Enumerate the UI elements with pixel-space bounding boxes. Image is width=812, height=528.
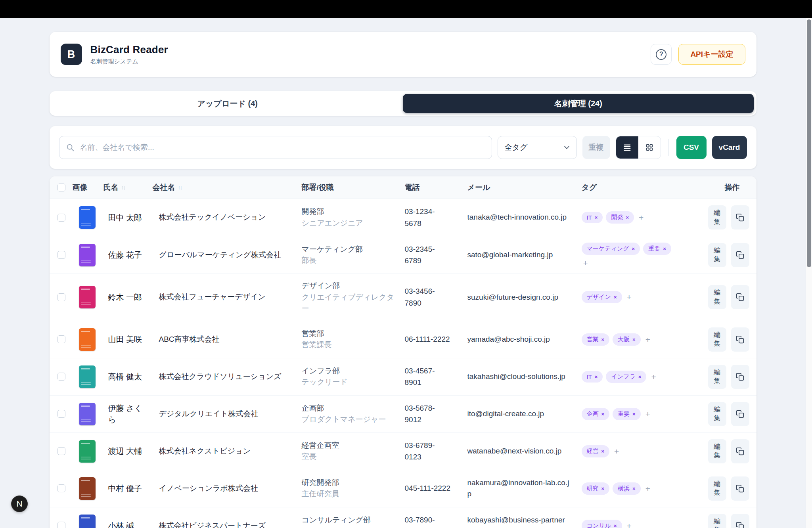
cell-tags: IT×インフラ×+ — [577, 371, 692, 383]
edit-button[interactable]: 編集 — [708, 243, 726, 267]
edit-button[interactable]: 編集 — [708, 476, 726, 501]
edit-button[interactable]: 編集 — [708, 365, 726, 389]
copy-button[interactable] — [731, 439, 749, 463]
tag-remove-button[interactable]: × — [632, 411, 636, 417]
tag-remove-button[interactable]: × — [632, 337, 636, 342]
add-tag-button[interactable]: + — [625, 293, 633, 301]
table-row: 山田 美咲 ABC商事株式会社 営業部 営業課長 06-1111-2222 ya… — [50, 321, 756, 358]
card-thumbnail[interactable] — [79, 328, 96, 351]
cell-phone: 03-4567- 8901 — [398, 365, 458, 388]
edit-button[interactable]: 編集 — [708, 514, 726, 528]
row-checkbox[interactable] — [57, 373, 65, 381]
tag-remove-button[interactable]: × — [601, 411, 605, 417]
row-checkbox[interactable] — [57, 251, 65, 259]
tag-remove-button[interactable]: × — [595, 215, 598, 220]
row-checkbox[interactable] — [57, 214, 65, 222]
add-tag-button[interactable]: + — [613, 447, 620, 455]
row-checkbox[interactable] — [57, 447, 65, 455]
search-input[interactable] — [59, 136, 492, 159]
tag-remove-button[interactable]: × — [601, 449, 605, 454]
scrollbar-thumb[interactable] — [807, 19, 811, 267]
add-tag-button[interactable]: + — [649, 373, 657, 381]
card-thumbnail[interactable] — [79, 515, 96, 528]
copy-button[interactable] — [731, 476, 749, 501]
copy-button[interactable] — [731, 285, 749, 309]
edit-button[interactable]: 編集 — [708, 402, 726, 426]
edit-button[interactable]: 編集 — [708, 285, 726, 309]
row-checkbox[interactable] — [57, 335, 65, 343]
cell-phone: 03-2345- 6789 — [398, 243, 458, 267]
add-tag-button[interactable]: + — [637, 213, 645, 222]
cell-role: 営業課長 — [302, 339, 395, 351]
tag-remove-button[interactable]: × — [663, 246, 666, 251]
tag-filter-select[interactable]: 全タグ — [498, 136, 577, 159]
export-vcard-button[interactable]: vCard — [712, 136, 747, 159]
scrollbar-track[interactable] — [806, 18, 812, 528]
card-thumbnail[interactable] — [79, 477, 96, 500]
column-header-company[interactable]: 会社名 ↑↓ — [153, 182, 294, 193]
tag-remove-button[interactable]: × — [595, 374, 598, 379]
cell-name: 中村 優子 — [103, 483, 153, 494]
copy-button[interactable] — [731, 205, 749, 230]
column-header-image: 画像 — [73, 182, 103, 193]
add-tag-button[interactable]: + — [582, 259, 590, 267]
copy-button[interactable] — [731, 365, 749, 389]
tag-remove-button[interactable]: × — [626, 215, 629, 220]
tab-card-management[interactable]: 名刺管理 (24) — [403, 94, 754, 113]
cell-email: ito@digital-create.co.jp — [458, 408, 577, 420]
row-checkbox[interactable] — [57, 410, 65, 418]
tag-remove-button[interactable]: × — [614, 523, 617, 528]
cell-department: 企画部 — [302, 403, 395, 414]
card-thumbnail[interactable] — [79, 286, 96, 308]
column-header-name[interactable]: 氏名 ↑↓ — [103, 182, 153, 193]
add-tag-button[interactable]: + — [625, 522, 633, 528]
duplicate-filter-button[interactable]: 重複 — [582, 136, 610, 159]
tag-remove-button[interactable]: × — [638, 374, 642, 379]
copy-button[interactable] — [731, 402, 749, 426]
help-button[interactable]: ? — [651, 44, 672, 65]
tag-remove-button[interactable]: × — [632, 486, 636, 491]
tag-remove-button[interactable]: × — [601, 486, 605, 491]
tag-pill: 大阪× — [613, 333, 641, 346]
row-checkbox[interactable] — [57, 293, 65, 301]
copy-button[interactable] — [731, 514, 749, 528]
cell-email: suzuki@future-design.co.jp — [458, 292, 577, 303]
cell-department: 経営企画室 — [302, 440, 395, 451]
cell-phone: 03-3456- 7890 — [398, 285, 458, 309]
row-checkbox[interactable] — [57, 484, 65, 492]
edit-button[interactable]: 編集 — [708, 439, 726, 463]
card-thumbnail[interactable] — [79, 244, 96, 266]
tag-remove-button[interactable]: × — [601, 337, 605, 342]
row-checkbox[interactable] — [57, 522, 65, 528]
cell-email: kobayashi@business-partner s.jp — [458, 515, 577, 528]
copy-button[interactable] — [731, 327, 749, 352]
tag-remove-button[interactable]: × — [614, 295, 617, 300]
grid-view-button[interactable] — [638, 136, 661, 159]
list-view-button[interactable] — [616, 136, 638, 159]
edit-button[interactable]: 編集 — [708, 327, 726, 352]
select-all-checkbox[interactable] — [57, 184, 65, 191]
add-tag-button[interactable]: + — [644, 410, 652, 418]
cell-department: 営業部 — [302, 328, 395, 340]
add-tag-button[interactable]: + — [644, 484, 652, 493]
card-thumbnail[interactable] — [79, 403, 96, 425]
copy-button[interactable] — [731, 243, 749, 267]
card-thumbnail[interactable] — [79, 365, 96, 388]
sort-icon[interactable]: ↑↓ — [178, 184, 182, 191]
tag-pill: 重要× — [613, 408, 641, 420]
card-thumbnail[interactable] — [79, 440, 96, 463]
add-tag-button[interactable]: + — [644, 335, 652, 344]
browser-top-bar — [0, 0, 812, 18]
tab-upload[interactable]: アップロード (4) — [52, 94, 403, 113]
edit-button[interactable]: 編集 — [708, 205, 726, 230]
cell-name: 山田 美咲 — [103, 334, 153, 345]
table-row: 鈴木 一郎 株式会社フューチャーデザイン デザイン部 クリエイティブディレクター… — [50, 274, 756, 321]
table-row: 小林 誠 株式会社ビジネスパートナーズ コンサルティング部 シニアコンサルタント… — [50, 507, 756, 528]
sort-icon[interactable]: ↑↓ — [121, 184, 125, 191]
tag-remove-button[interactable]: × — [632, 246, 635, 251]
dev-indicator-badge[interactable]: N — [11, 495, 28, 512]
api-key-settings-button[interactable]: APIキー設定 — [678, 44, 745, 65]
card-thumbnail[interactable] — [79, 206, 96, 229]
cell-department: コンサルティング部 — [302, 515, 395, 526]
export-csv-button[interactable]: CSV — [676, 136, 707, 159]
